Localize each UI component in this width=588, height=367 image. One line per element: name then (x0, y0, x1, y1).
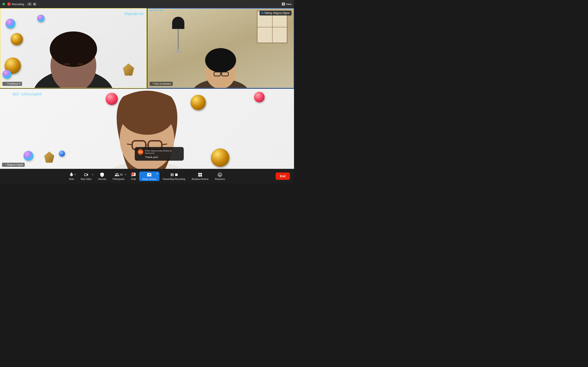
participant-name-pradhana: Pradhana H (7, 82, 20, 85)
recording-indicator: Recording... ⏸ ■ (7, 2, 36, 6)
title-bar: Recording... ⏸ ■ View (0, 0, 294, 8)
breakout-rooms-button[interactable]: Breakout Rooms (189, 172, 212, 180)
svg-rect-8 (64, 63, 70, 65)
wc-bar-1 (150, 10, 153, 11)
talking-indicator: Talking: Magnus Digital (259, 11, 292, 16)
pause-recording-button[interactable]: Pause/Stop Recording (159, 172, 189, 180)
svg-rect-0 (282, 3, 283, 4)
mute-button[interactable]: ▲ Mute (66, 172, 77, 180)
mute-icon (69, 172, 74, 177)
participants-chevron: ▲ (125, 173, 127, 175)
svg-rect-9 (77, 63, 83, 65)
video-grid: MagnusficeTalk 🎤 Pradhana H (0, 8, 294, 169)
person-pradhana-svg (0, 8, 146, 88)
chat-bubble-header: SA From Satria Andy Kirana to Everyone (138, 149, 181, 155)
logo-watermark-pradhana: MagnusficeTalk (124, 12, 143, 16)
recording-label: Recording... (12, 3, 26, 6)
stop-video-icon (84, 172, 89, 177)
svg-point-24 (120, 95, 174, 134)
share-screen-chevron: ▲ (156, 172, 158, 175)
talking-label: Talking: Magnus Digital (264, 12, 290, 15)
svg-rect-1 (284, 3, 285, 4)
participant-name-eka: Eka Gustiwana (155, 82, 171, 85)
participants-count: 65 (120, 173, 123, 176)
chat-button[interactable]: 1 Chat (128, 172, 139, 180)
window-controls-eka (150, 10, 163, 11)
traffic-lights (2, 3, 5, 5)
wc-bar-2 (155, 10, 158, 11)
svg-point-7 (50, 31, 97, 67)
name-label-magnus: 🎤 Magnus Digital (2, 163, 25, 167)
pause-recording-icon (170, 172, 178, 177)
mute-chevron: ▲ (74, 173, 76, 175)
grid-view-icon (282, 2, 285, 6)
breakout-rooms-label: Breakout Rooms (192, 178, 208, 180)
mute-label: Mute (69, 178, 74, 180)
mic-icon-magnus: 🎤 (4, 164, 6, 166)
recording-dot (7, 2, 11, 6)
security-label: Security (98, 178, 106, 180)
stop-video-chevron: ▲ (91, 173, 94, 175)
svg-point-17 (205, 48, 236, 72)
svg-rect-3 (284, 4, 285, 6)
recording-stop[interactable]: ■ (33, 2, 36, 6)
share-screen-icon (147, 172, 152, 177)
reactions-icon (217, 172, 222, 177)
chat-badge: 1 (131, 172, 134, 175)
participant-panel-eka: Talking: Magnus Digital 🎤 Eka Gustiwana (147, 8, 294, 88)
name-label-eka: 🎤 Eka Gustiwana (150, 82, 173, 86)
chat-from-label: From Satria Andy Kirana to Everyone (145, 150, 181, 154)
stop-video-button[interactable]: ▲ Stop Video (77, 172, 95, 180)
chat-icon: 1 (131, 172, 136, 177)
chat-label: Chat (131, 178, 136, 180)
svg-rect-31 (175, 174, 178, 176)
participant-panel-pradhana: MagnusficeTalk 🎤 Pradhana H (0, 8, 147, 88)
mic-icon-eka: 🎤 (151, 83, 154, 85)
share-screen-label: Share Screen (143, 178, 156, 180)
reactions-button[interactable]: Reactions (212, 172, 228, 180)
security-button[interactable]: Security (95, 172, 109, 180)
chat-avatar-initials: SA (139, 151, 142, 153)
title-bar-right: View (282, 2, 292, 6)
svg-rect-2 (282, 4, 283, 6)
participants-button[interactable]: 65 ▲ Participants (109, 172, 128, 180)
view-button[interactable]: View (282, 2, 292, 6)
breakout-rooms-icon (198, 172, 203, 177)
person-eka-svg (148, 8, 294, 88)
traffic-light-green (2, 3, 5, 5)
pause-recording-label: Pause/Stop Recording (163, 178, 185, 180)
chat-message-text: Thank you! (145, 156, 181, 159)
view-label: View (286, 3, 292, 6)
participant-name-magnus: Magnus Digital (7, 163, 23, 166)
mic-icon-pradhana: 🎤 (4, 83, 7, 85)
participants-icon: 65 (114, 172, 123, 177)
toolbar: ▲ Mute ▲ Stop Video Security 65 ▲ Partic… (0, 169, 294, 184)
participant-panel-magnus: Magnusfice Talk SA (0, 89, 294, 169)
recording-pause[interactable]: ⏸ (27, 2, 32, 6)
wc-bar-3 (159, 10, 163, 11)
name-label-pradhana: 🎤 Pradhana H (2, 82, 22, 86)
security-icon (100, 172, 104, 177)
stop-video-label: Stop Video (81, 178, 92, 180)
talking-dot (261, 12, 263, 14)
participants-label: Participants (113, 178, 124, 180)
end-button[interactable]: End (276, 173, 290, 180)
reactions-label: Reactions (215, 178, 225, 180)
share-screen-button[interactable]: ▲ Share Screen (139, 171, 159, 181)
chat-avatar: SA (138, 149, 143, 155)
chat-bubble: SA From Satria Andy Kirana to Everyone T… (135, 147, 184, 161)
